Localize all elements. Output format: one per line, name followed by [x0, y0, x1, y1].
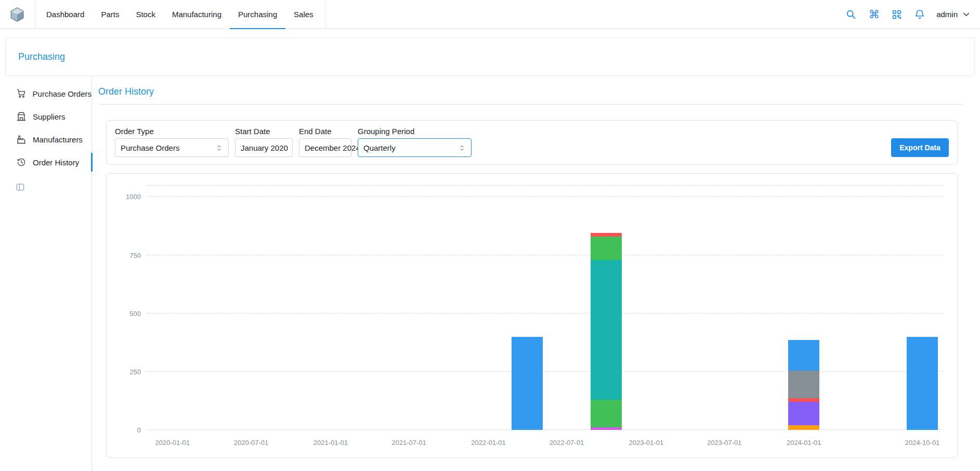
user-menu[interactable]: admin — [936, 10, 971, 19]
order-type-label: Order Type — [115, 127, 229, 136]
breadcrumb[interactable]: Purchasing — [18, 51, 65, 62]
y-tick-label: 1000 — [126, 193, 141, 201]
grouping-period-value: Quarterly — [363, 143, 396, 152]
bar-segment — [788, 425, 819, 430]
search-icon — [845, 9, 857, 20]
top-navbar: Dashboard Parts Stock Manufacturing Purc… — [0, 0, 980, 29]
shopping-cart-icon — [16, 88, 27, 99]
x-tick-label: 2023-01-01 — [629, 439, 664, 447]
bar-segment — [591, 237, 622, 260]
bell-icon — [914, 9, 925, 20]
x-tick-label: 2020-07-01 — [234, 439, 269, 447]
sidebar-item-label: Manufacturers — [33, 135, 83, 144]
command-icon: ⌘ — [869, 9, 880, 20]
barcode-scan-button[interactable] — [891, 8, 903, 21]
bar-segment — [788, 340, 819, 370]
x-tick-label: 2024-01-01 — [787, 439, 821, 447]
sidebar-item-manufacturers[interactable]: Manufacturers — [0, 128, 92, 151]
end-date-value: December 2024 — [305, 143, 360, 152]
tab-dashboard[interactable]: Dashboard — [38, 0, 93, 29]
order-type-select[interactable]: Purchase Orders — [115, 138, 229, 157]
gridline — [146, 255, 943, 255]
tab-sales[interactable]: Sales — [285, 0, 322, 29]
grouping-period-field: Grouping Period Quarterly — [358, 127, 472, 157]
chevron-up-down-icon — [215, 144, 223, 152]
search-button[interactable] — [845, 8, 857, 21]
end-date-label: End Date — [299, 127, 351, 136]
start-date-value: January 2020 — [241, 143, 288, 152]
bar-segment — [788, 402, 819, 425]
end-date-field: End Date December 2024 — [299, 127, 351, 157]
grouping-period-label: Grouping Period — [358, 127, 472, 136]
start-date-label: Start Date — [235, 127, 293, 136]
breadcrumb-panel: Purchasing — [5, 37, 975, 76]
tab-stock[interactable]: Stock — [127, 0, 164, 29]
start-date-input[interactable]: January 2020 — [235, 138, 293, 157]
tab-manufacturing[interactable]: Manufacturing — [164, 0, 230, 29]
building-store-icon — [16, 111, 27, 122]
sidebar-item-purchase-orders[interactable]: Purchase Orders — [0, 82, 92, 105]
start-date-field: Start Date January 2020 — [235, 127, 293, 157]
username-label: admin — [936, 10, 958, 19]
notifications-button[interactable] — [913, 8, 926, 21]
chart-x-axis: 2020-01-012020-07-012021-01-012021-07-01… — [146, 439, 943, 449]
x-tick-label: 2022-01-01 — [471, 439, 506, 447]
bar-segment — [591, 260, 622, 400]
x-tick-label: 2021-07-01 — [391, 439, 426, 447]
y-tick-label: 500 — [129, 309, 141, 317]
bar-segment — [512, 337, 543, 430]
sidebar-item-label: Purchase Orders — [33, 89, 92, 98]
y-tick-label: 0 — [137, 426, 141, 434]
tab-parts[interactable]: Parts — [93, 0, 127, 29]
stacked-bar[interactable] — [591, 185, 622, 430]
command-palette-button[interactable]: ⌘ — [868, 8, 880, 21]
tab-purchasing[interactable]: Purchasing — [230, 0, 285, 29]
bar-segment — [788, 371, 819, 399]
cube-logo-icon — [9, 7, 25, 22]
bar-segment — [907, 337, 938, 430]
order-type-field: Order Type Purchase Orders — [115, 127, 229, 157]
bar-segment — [788, 398, 819, 402]
x-tick-label: 2023-07-01 — [707, 439, 742, 447]
stacked-bar[interactable] — [907, 185, 938, 430]
gridline — [146, 313, 943, 313]
stacked-bar[interactable] — [788, 185, 819, 430]
title-divider — [98, 104, 963, 104]
gridline-top — [146, 185, 943, 186]
grouping-period-select[interactable]: Quarterly — [358, 138, 472, 157]
export-data-button[interactable]: Export Data — [891, 138, 949, 157]
gridline — [146, 371, 943, 372]
x-tick-label: 2021-01-01 — [313, 439, 348, 447]
bar-segment — [591, 233, 622, 237]
history-icon — [16, 157, 27, 167]
sidebar: Purchase Orders Suppliers Manufacturers … — [0, 76, 92, 471]
chart-plot — [146, 185, 943, 430]
chevron-up-down-icon — [458, 144, 466, 152]
page-title: Order History — [98, 86, 963, 97]
gridline — [146, 429, 943, 430]
chevron-down-icon — [962, 10, 971, 19]
order-type-value: Purchase Orders — [121, 143, 179, 152]
barcode-scan-icon — [891, 9, 903, 20]
sidebar-item-label: Suppliers — [33, 112, 66, 121]
bar-segment — [591, 400, 622, 427]
app-logo[interactable] — [9, 7, 25, 22]
y-tick-label: 250 — [129, 368, 141, 375]
x-tick-label: 2022-07-01 — [550, 439, 584, 447]
main-content: Order History Order Type Purchase Orders… — [92, 76, 980, 471]
bar-segment — [591, 427, 622, 430]
end-date-input[interactable]: December 2024 — [299, 138, 351, 157]
sidebar-toggle-button[interactable] — [15, 182, 25, 192]
x-tick-label: 2024-10-01 — [905, 439, 940, 447]
factory-icon — [16, 134, 27, 145]
sidebar-item-order-history[interactable]: Order History — [0, 151, 92, 174]
y-tick-label: 750 — [129, 251, 141, 259]
chart-y-axis: 02505007501000 — [107, 185, 141, 430]
gridline — [146, 196, 943, 197]
sidebar-toggle-icon — [15, 182, 25, 192]
main-nav-tabs: Dashboard Parts Stock Manufacturing Purc… — [34, 0, 325, 29]
chart-panel: 02505007501000 2020-01-012020-07-012021-… — [106, 173, 958, 458]
filter-panel: Order Type Purchase Orders Start Date Ja… — [106, 120, 958, 165]
sidebar-item-suppliers[interactable]: Suppliers — [0, 105, 92, 128]
stacked-bar[interactable] — [512, 185, 543, 430]
